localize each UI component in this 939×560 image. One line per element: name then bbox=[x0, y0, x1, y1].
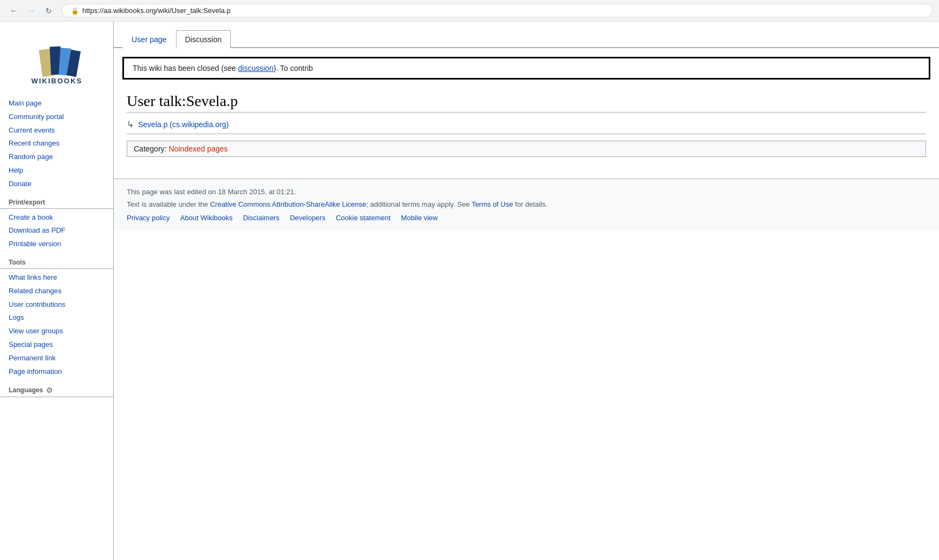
sidebar-link-donate[interactable]: Donate bbox=[0, 177, 113, 191]
footer-license-line: Text is available under the Creative Com… bbox=[127, 200, 926, 208]
sidebar-link-permanentlink[interactable]: Permanent link bbox=[0, 352, 113, 365]
notice-text-after: ). To contrib bbox=[273, 64, 313, 73]
footer: This page was last edited on 18 March 20… bbox=[114, 179, 939, 230]
footer-links: Privacy policy About Wikibooks Disclaime… bbox=[127, 214, 926, 222]
license-link[interactable]: Creative Commons Attribution-ShareAlike … bbox=[210, 200, 366, 208]
footer-link-mobile[interactable]: Mobile view bbox=[401, 214, 438, 222]
sidebar-link-createbook[interactable]: Create a book bbox=[0, 211, 113, 225]
sidebar-link-whatlinks[interactable]: What links here bbox=[0, 271, 113, 285]
url-text: https://aa.wikibooks.org/wiki/User_talk:… bbox=[82, 6, 231, 15]
page-title: User talk:Sevela.p bbox=[127, 93, 926, 113]
license-suffix: for details. bbox=[513, 200, 547, 208]
sidebar-link-printable[interactable]: Printable version bbox=[0, 238, 113, 251]
address-bar[interactable]: 🔒 https://aa.wikibooks.org/wiki/User_tal… bbox=[62, 4, 933, 17]
back-button[interactable]: ← bbox=[6, 3, 22, 18]
main-content: User page Discussion This wiki has been … bbox=[114, 22, 939, 560]
footer-link-about[interactable]: About Wikibooks bbox=[180, 214, 233, 222]
sidebar-link-specialpages[interactable]: Special pages bbox=[0, 338, 113, 352]
print-export-title: Print/export bbox=[0, 195, 113, 209]
wikibooks-logo: WIKIBOOKS bbox=[24, 36, 89, 84]
footer-link-privacy[interactable]: Privacy policy bbox=[127, 214, 169, 222]
footer-link-disclaimers[interactable]: Disclaimers bbox=[243, 214, 279, 222]
sidebar-link-relatedchanges[interactable]: Related changes bbox=[0, 285, 113, 298]
forward-button[interactable]: → bbox=[24, 3, 39, 18]
footer-link-cookie[interactable]: Cookie statement bbox=[336, 214, 390, 222]
languages-label: Languages bbox=[9, 386, 43, 394]
license-prefix: Text is available under the bbox=[127, 200, 210, 208]
svg-text:WIKIBOOKS: WIKIBOOKS bbox=[31, 77, 82, 84]
browser-chrome: ← → ↻ 🔒 https://aa.wikibooks.org/wiki/Us… bbox=[0, 0, 939, 22]
terms-link[interactable]: Terms of Use bbox=[472, 200, 513, 208]
nav-buttons: ← → ↻ bbox=[6, 3, 56, 18]
sidebar-link-events[interactable]: Current events bbox=[0, 124, 113, 137]
tab-discussion[interactable]: Discussion bbox=[176, 30, 231, 48]
article-area: User talk:Sevela.p ↳ Sevela.p (cs.wikipe… bbox=[114, 88, 939, 168]
languages-row: Languages ⚙ bbox=[0, 383, 113, 397]
footer-link-developers[interactable]: Developers bbox=[290, 214, 325, 222]
category-link[interactable]: Noindexed pages bbox=[169, 144, 228, 153]
sidebar-link-mainpage[interactable]: Main page bbox=[0, 97, 113, 110]
last-edited-text: This page was last edited on 18 March 20… bbox=[127, 188, 296, 196]
sidebar-link-recent[interactable]: Recent changes bbox=[0, 137, 113, 150]
redirect-arrow-icon: ↳ bbox=[127, 119, 134, 129]
sidebar-link-usercontrib[interactable]: User contributions bbox=[0, 298, 113, 312]
notice-discussion-link[interactable]: discussion bbox=[238, 64, 273, 73]
gear-icon[interactable]: ⚙ bbox=[46, 386, 53, 394]
sidebar-link-random[interactable]: Random page bbox=[0, 150, 113, 164]
sidebar-link-downloadpdf[interactable]: Download as PDF bbox=[0, 224, 113, 238]
sidebar: WIKIBOOKS Main page Community portal Cur… bbox=[0, 22, 114, 560]
category-label: Category: bbox=[134, 144, 167, 153]
sidebar-nav-section: Main page Community portal Current event… bbox=[0, 97, 113, 191]
tab-userpage[interactable]: User page bbox=[122, 30, 176, 48]
tools-title: Tools bbox=[0, 255, 113, 269]
lock-icon: 🔒 bbox=[71, 7, 79, 15]
page-wrapper: WIKIBOOKS Main page Community portal Cur… bbox=[0, 22, 939, 560]
sidebar-link-pageinfo[interactable]: Page information bbox=[0, 365, 113, 379]
category-box: Category: Noindexed pages bbox=[127, 141, 926, 157]
sidebar-link-community[interactable]: Community portal bbox=[0, 110, 113, 124]
sidebar-link-viewusergroups[interactable]: View user groups bbox=[0, 325, 113, 338]
reload-button[interactable]: ↻ bbox=[41, 3, 56, 18]
tabs-bar: User page Discussion bbox=[114, 30, 939, 48]
notice-text: This wiki has been closed (see bbox=[133, 64, 238, 73]
logo-area: WIKIBOOKS bbox=[0, 30, 113, 97]
notice-box: This wiki has been closed (see discussio… bbox=[122, 57, 930, 80]
sidebar-link-logs[interactable]: Logs bbox=[0, 311, 113, 325]
sidebar-link-help[interactable]: Help bbox=[0, 164, 113, 177]
sidebar-print-section: Print/export Create a book Download as P… bbox=[0, 195, 113, 251]
sidebar-tools-section: Tools What links here Related changes Us… bbox=[0, 255, 113, 378]
footer-edit-line: This page was last edited on 18 March 20… bbox=[127, 188, 926, 196]
redirect-line: ↳ Sevela.p (cs.wikipedia.org) bbox=[127, 119, 926, 134]
sidebar-languages-section: Languages ⚙ bbox=[0, 383, 113, 397]
redirect-link[interactable]: Sevela.p (cs.wikipedia.org) bbox=[138, 120, 229, 129]
license-mid: ; additional terms may apply. See bbox=[366, 200, 472, 208]
